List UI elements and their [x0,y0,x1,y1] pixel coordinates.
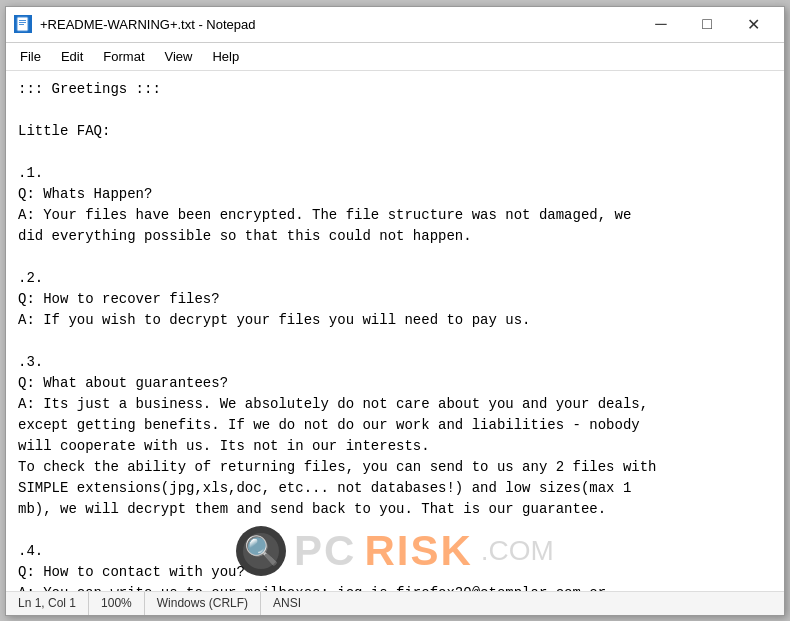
menu-view[interactable]: View [155,46,203,67]
menu-bar: File Edit Format View Help [6,43,784,71]
app-icon [14,15,32,33]
window-title: +README-WARNING+.txt - Notepad [40,17,638,32]
status-encoding: ANSI [261,592,313,615]
menu-file[interactable]: File [10,46,51,67]
menu-help[interactable]: Help [202,46,249,67]
status-zoom: 100% [89,592,145,615]
menu-edit[interactable]: Edit [51,46,93,67]
status-line-col: Ln 1, Col 1 [6,592,89,615]
minimize-button[interactable]: ─ [638,9,684,39]
title-bar: +README-WARNING+.txt - Notepad ─ □ ✕ [6,7,784,43]
text-content[interactable]: ::: Greetings ::: Little FAQ: .1. Q: Wha… [6,71,784,591]
svg-rect-1 [19,20,26,21]
close-button[interactable]: ✕ [730,9,776,39]
status-bar: Ln 1, Col 1 100% Windows (CRLF) ANSI [6,591,784,615]
svg-rect-3 [19,24,24,25]
menu-format[interactable]: Format [93,46,154,67]
window-controls: ─ □ ✕ [638,9,776,39]
svg-rect-2 [19,22,26,23]
maximize-button[interactable]: □ [684,9,730,39]
content-wrapper: ::: Greetings ::: Little FAQ: .1. Q: Wha… [6,71,784,591]
notepad-window: +README-WARNING+.txt - Notepad ─ □ ✕ Fil… [5,6,785,616]
status-line-ending: Windows (CRLF) [145,592,261,615]
